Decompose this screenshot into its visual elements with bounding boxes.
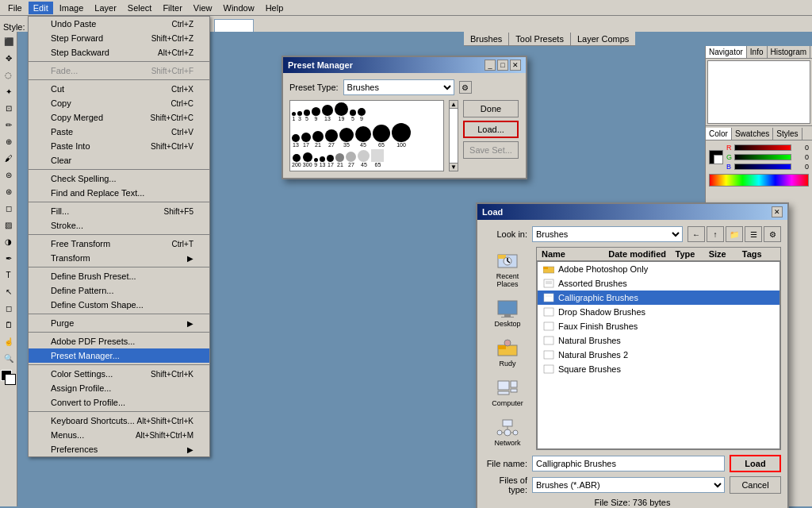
menu-paste-into[interactable]: Paste Into Shift+Ctrl+V: [29, 139, 209, 153]
menu-view[interactable]: View: [189, 2, 217, 14]
menu-cut[interactable]: Cut Ctrl+X: [29, 82, 209, 96]
tab-histogram[interactable]: Histogram: [768, 46, 811, 58]
preset-scrollbar[interactable]: ▲ ▼: [449, 100, 458, 171]
brush-item[interactable]: 100: [392, 123, 411, 148]
menu-step-forward[interactable]: Step Forward Shift+Ctrl+Z: [29, 31, 209, 45]
menu-copy[interactable]: Copy Ctrl+C: [29, 96, 209, 110]
tool-pen[interactable]: ✒: [1, 250, 17, 266]
menu-find-replace[interactable]: Find and Replace Text...: [29, 186, 209, 200]
create-folder-button[interactable]: 📁: [726, 226, 743, 242]
tool-healing[interactable]: ⊕: [1, 133, 17, 149]
load-file-button[interactable]: Load: [730, 455, 781, 472]
tool-lasso[interactable]: ◌: [1, 67, 17, 83]
menu-select[interactable]: Select: [123, 2, 157, 14]
brush-item[interactable]: 13: [292, 134, 300, 148]
menu-layer[interactable]: Layer: [90, 2, 121, 14]
menu-define-pattern[interactable]: Define Pattern...: [29, 283, 209, 298]
minimize-button[interactable]: _: [485, 60, 496, 71]
brush-item[interactable]: 1: [292, 112, 296, 121]
menu-transform[interactable]: Transform ▶: [29, 251, 209, 265]
g-slider[interactable]: [734, 154, 791, 160]
tool-magic-wand[interactable]: ✦: [1, 83, 17, 99]
files-of-type-select[interactable]: Brushes (*.ABR): [532, 477, 725, 493]
place-computer[interactable]: Computer: [485, 374, 530, 410]
menu-purge[interactable]: Purge ▶: [29, 316, 209, 330]
preset-type-select[interactable]: Brushes: [343, 79, 454, 95]
b-slider[interactable]: [734, 164, 791, 170]
tool-eraser[interactable]: ◻: [1, 200, 17, 216]
tab-navigator[interactable]: Navigator: [706, 46, 747, 58]
brush-item[interactable]: 21: [312, 131, 324, 148]
tab-brushes[interactable]: Brushes: [464, 33, 509, 45]
tool-zoom[interactable]: 🔍: [1, 350, 17, 366]
file-assorted-brushes[interactable]: Assorted Brushes: [538, 276, 779, 291]
place-recent[interactable]: Recent Places: [485, 247, 530, 291]
brush-item[interactable]: 9: [312, 107, 320, 121]
cancel-button[interactable]: Cancel: [730, 476, 781, 494]
tool-shape[interactable]: ◻: [1, 300, 17, 316]
brush-item[interactable]: 21: [335, 153, 344, 167]
menu-assign-profile[interactable]: Assign Profile...: [29, 381, 209, 395]
place-rudy[interactable]: Rudy: [485, 334, 530, 371]
tool-dodge[interactable]: ◑: [1, 233, 17, 249]
place-network[interactable]: Network: [485, 414, 530, 450]
brush-item[interactable]: 45: [355, 126, 371, 148]
preset-grid[interactable]: 1 3 5 9 13 19 5 9 13 17 21 27 35 45: [289, 100, 444, 171]
tool-gradient[interactable]: ▨: [1, 217, 17, 233]
navigate-back-button[interactable]: ←: [688, 226, 705, 242]
brush-item[interactable]: 5: [304, 110, 310, 121]
menu-fill[interactable]: Fill... Shift+F5: [29, 204, 209, 218]
menu-file[interactable]: File: [3, 2, 27, 14]
menu-stroke[interactable]: Stroke...: [29, 218, 209, 233]
menu-step-backward[interactable]: Step Backward Alt+Ctrl+Z: [29, 45, 209, 60]
done-button[interactable]: Done: [463, 100, 519, 117]
brush-item[interactable]: 65: [373, 125, 390, 148]
brush-item[interactable]: 65: [371, 149, 384, 167]
menu-undo-paste[interactable]: Undo Paste Ctrl+Z: [29, 17, 209, 31]
menu-menus[interactable]: Menus... Alt+Shift+Ctrl+M: [29, 428, 209, 442]
menu-filter[interactable]: Filter: [158, 2, 186, 14]
load-button[interactable]: Load...: [463, 121, 519, 138]
menu-copy-merged[interactable]: Copy Merged Shift+Ctrl+C: [29, 110, 209, 125]
menu-define-brush[interactable]: Define Brush Preset...: [29, 269, 209, 283]
tab-tool-presets[interactable]: Tool Presets: [509, 33, 571, 45]
brush-item[interactable]: 9: [314, 158, 318, 167]
tool-clone[interactable]: ⊜: [1, 167, 17, 183]
brush-item[interactable]: 9: [358, 108, 366, 121]
brush-item[interactable]: 13: [320, 156, 326, 167]
menu-paste[interactable]: Paste Ctrl+V: [29, 125, 209, 139]
tab-styles[interactable]: Styles: [773, 128, 802, 140]
menu-define-custom-shape[interactable]: Define Custom Shape...: [29, 298, 209, 312]
menu-clear[interactable]: Clear: [29, 153, 209, 167]
brush-item[interactable]: 27: [346, 152, 356, 167]
tab-swatches[interactable]: Swatches: [732, 128, 773, 140]
menu-preset-manager[interactable]: Preset Manager...: [29, 348, 209, 363]
tab-layer-comps[interactable]: Layer Comps: [571, 33, 635, 45]
color-spectrum[interactable]: [709, 174, 809, 187]
tool-eyedropper[interactable]: ✏: [1, 117, 17, 133]
place-desktop[interactable]: Desktop: [485, 294, 530, 331]
brush-item[interactable]: 45: [358, 150, 370, 167]
menu-color-settings[interactable]: Color Settings... Shift+Ctrl+K: [29, 367, 209, 381]
tool-crop[interactable]: ⊡: [1, 100, 17, 116]
save-set-button[interactable]: Save Set...: [463, 141, 519, 159]
brush-item[interactable]: 3: [297, 111, 302, 121]
brush-item[interactable]: 300: [303, 152, 312, 167]
tool-marquee[interactable]: ⬛: [1, 33, 17, 49]
file-natural-brushes-2[interactable]: Natural Brushes 2: [538, 348, 779, 362]
look-in-select[interactable]: Brushes: [532, 226, 683, 242]
maximize-button[interactable]: □: [497, 60, 508, 71]
menu-help[interactable]: Help: [261, 2, 289, 14]
menu-window[interactable]: Window: [219, 2, 259, 14]
file-calligraphic-brushes[interactable]: Calligraphic Brushes: [538, 291, 779, 305]
file-name-input[interactable]: [532, 456, 725, 471]
menu-pdf-presets[interactable]: Adobe PDF Presets...: [29, 334, 209, 348]
view-menu-button[interactable]: ☰: [745, 226, 762, 242]
brush-item[interactable]: 17: [327, 155, 334, 167]
scrollbar-up[interactable]: ▲: [450, 101, 458, 109]
r-slider[interactable]: [734, 144, 791, 151]
brush-item[interactable]: 200: [292, 154, 301, 167]
brush-item[interactable]: 35: [339, 128, 354, 148]
preset-options-button[interactable]: ⚙: [459, 81, 472, 94]
brush-item[interactable]: 5: [350, 110, 356, 121]
